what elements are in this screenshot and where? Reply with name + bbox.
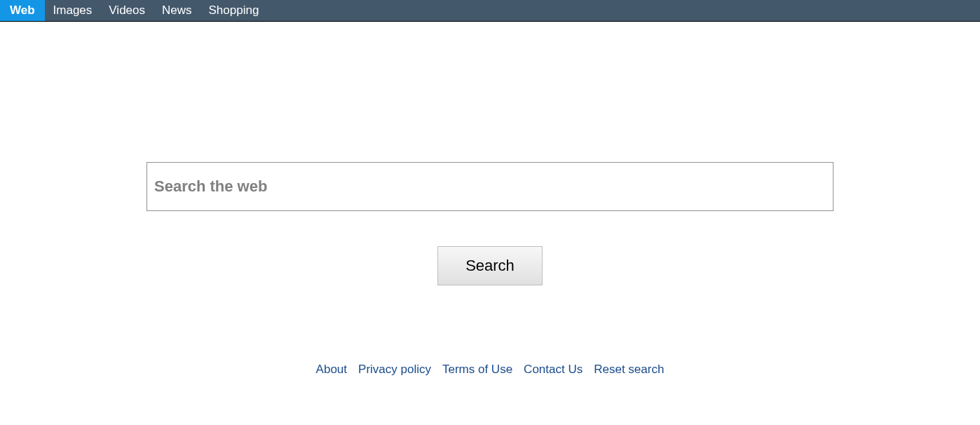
search-input[interactable] bbox=[147, 162, 833, 211]
nav-videos[interactable]: Videos bbox=[100, 0, 154, 21]
footer-reset[interactable]: Reset search bbox=[594, 363, 664, 377]
footer-terms[interactable]: Terms of Use bbox=[442, 363, 512, 377]
main-content: Search About Privacy policy Terms of Use… bbox=[0, 22, 980, 377]
footer-contact[interactable]: Contact Us bbox=[524, 363, 583, 377]
footer-privacy[interactable]: Privacy policy bbox=[358, 363, 431, 377]
footer-about[interactable]: About bbox=[316, 363, 347, 377]
nav-news[interactable]: News bbox=[154, 0, 200, 21]
top-nav: Web Images Videos News Shopping bbox=[0, 0, 980, 22]
nav-shopping[interactable]: Shopping bbox=[200, 0, 268, 21]
nav-images[interactable]: Images bbox=[45, 0, 101, 21]
search-button[interactable]: Search bbox=[437, 246, 543, 285]
nav-web[interactable]: Web bbox=[0, 0, 45, 21]
footer: About Privacy policy Terms of Use Contac… bbox=[316, 363, 665, 377]
